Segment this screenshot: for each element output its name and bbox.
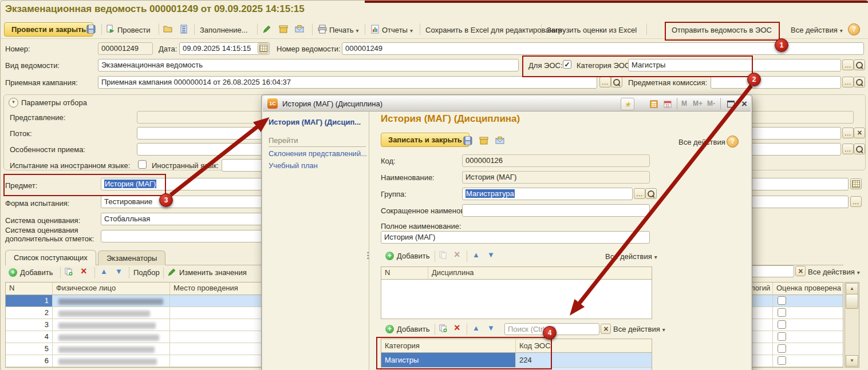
grade-checked-checkbox[interactable] bbox=[778, 344, 786, 353]
for-eos-checkbox[interactable] bbox=[563, 60, 571, 69]
number-field[interactable]: 000001249 bbox=[98, 42, 153, 55]
dialog-mail-icon[interactable] bbox=[495, 136, 504, 145]
close-button[interactable] bbox=[737, 98, 751, 110]
col-eos-code[interactable]: Код ЭОС bbox=[516, 339, 652, 353]
short-name-field[interactable] bbox=[462, 204, 650, 217]
favorites-star-button[interactable] bbox=[621, 98, 634, 110]
send-eos-button[interactable]: Отправить ведомость в ЭОС bbox=[672, 26, 772, 34]
col-category[interactable]: Категория bbox=[381, 339, 516, 353]
copy-row-button[interactable] bbox=[65, 268, 73, 276]
features-ellipsis-button[interactable] bbox=[842, 144, 854, 154]
applicants-all-actions-button[interactable]: Все действия▾ bbox=[808, 268, 860, 276]
category-row[interactable]: Магистры 224 bbox=[381, 353, 652, 368]
sidebar-splitter[interactable] bbox=[369, 111, 369, 370]
name-field[interactable]: История (МАГ) bbox=[462, 171, 650, 184]
grade-checked-checkbox[interactable] bbox=[778, 308, 786, 317]
scroll-up-button[interactable]: ▲ bbox=[846, 283, 858, 295]
eos-category-lookup-button[interactable] bbox=[854, 59, 865, 70]
move-up-button[interactable] bbox=[100, 267, 108, 276]
dialog-all-actions-button[interactable]: Все действия▾ bbox=[678, 138, 731, 146]
collapse-toggle-icon[interactable] bbox=[9, 98, 18, 108]
campaign-lookup-button[interactable] bbox=[611, 77, 622, 87]
calendar31-button[interactable]: 31 bbox=[661, 98, 674, 110]
commission-field[interactable] bbox=[711, 76, 841, 89]
grade-checked-checkbox[interactable] bbox=[778, 296, 786, 305]
applicants-search-clear-button[interactable] bbox=[795, 266, 806, 276]
commission-lookup-button[interactable] bbox=[854, 77, 865, 87]
campaign-ellipsis-button[interactable] bbox=[599, 77, 611, 87]
dialog-titlebar[interactable]: История (МАГ) (Дисциплина) 31 M M+ M- bbox=[263, 96, 751, 112]
add-row-button[interactable] bbox=[9, 268, 17, 277]
col-checked[interactable]: Оценка проверена bbox=[773, 283, 843, 295]
list-icon[interactable] bbox=[179, 25, 188, 34]
date-field[interactable]: 09.09.2025 14:15:15 bbox=[179, 42, 270, 55]
dialog-sidebar-object-link[interactable]: История (МАГ) (Дисцип... bbox=[269, 118, 361, 126]
col-partial[interactable]: логий bbox=[749, 283, 773, 295]
memory-plus-button[interactable]: M+ bbox=[693, 100, 703, 108]
kind-field[interactable]: Экзаменационная ведомость bbox=[98, 59, 519, 71]
nav-link-declensions[interactable]: Склонения представлений... bbox=[269, 149, 367, 158]
category-row-partial[interactable] bbox=[381, 368, 652, 370]
memory-button[interactable]: M bbox=[681, 100, 687, 108]
eos-category-ellipsis-button[interactable] bbox=[842, 59, 854, 70]
save-and-close-button[interactable]: Записать и закрыть bbox=[381, 133, 469, 147]
disciplines-all-actions-button[interactable]: Все действия▾ bbox=[605, 252, 657, 261]
code-field[interactable]: 000000126 bbox=[462, 154, 650, 167]
post-and-close-button[interactable]: Провести и закрыть bbox=[4, 22, 93, 37]
col-n[interactable]: N bbox=[381, 267, 428, 280]
foreign-exam-checkbox[interactable] bbox=[138, 160, 147, 169]
memory-minus-button[interactable]: M- bbox=[707, 100, 715, 108]
scroll-thumb[interactable] bbox=[846, 294, 858, 309]
disciplines-move-down-button[interactable] bbox=[487, 250, 495, 259]
splitter-handle[interactable]: ••• bbox=[367, 252, 369, 260]
grade-checked-checkbox[interactable] bbox=[778, 332, 786, 341]
categories-copy-button[interactable] bbox=[439, 324, 447, 332]
mail-icon[interactable] bbox=[295, 25, 304, 34]
col-discipline[interactable]: Дисциплина bbox=[428, 267, 652, 280]
features-lookup-button[interactable] bbox=[854, 144, 865, 154]
col-person[interactable]: Физическое лицо bbox=[53, 283, 170, 295]
flow-clear-button[interactable] bbox=[854, 128, 865, 138]
load-excel-button[interactable]: Загрузить оценки из Excel bbox=[547, 26, 637, 34]
subject-grid-button[interactable] bbox=[850, 178, 862, 189]
categories-all-actions-button[interactable]: Все действия▾ bbox=[613, 325, 665, 333]
group-lookup-button[interactable] bbox=[645, 188, 657, 199]
table-scrollbar[interactable]: ▲ ▼ bbox=[845, 282, 859, 368]
save-icon[interactable] bbox=[86, 25, 96, 34]
date-picker-button[interactable] bbox=[258, 43, 269, 54]
campaign-field[interactable]: Приемная кампания 000000014 от 26.08.202… bbox=[98, 76, 597, 89]
post-button[interactable]: Провести bbox=[117, 26, 151, 34]
calculator-button[interactable] bbox=[647, 98, 661, 110]
dialog-save-icon[interactable] bbox=[463, 136, 472, 145]
disciplines-add-button[interactable] bbox=[385, 251, 394, 260]
disciplines-move-up-button[interactable] bbox=[472, 250, 480, 259]
archive-icon[interactable] bbox=[279, 25, 288, 34]
disciplines-table-empty-body[interactable] bbox=[381, 280, 652, 319]
disciplines-add-label[interactable]: Добавить bbox=[397, 252, 429, 260]
categories-delete-button[interactable] bbox=[454, 324, 460, 333]
flow-ellipsis-button[interactable] bbox=[842, 128, 854, 138]
eos-category-field[interactable]: Магистры bbox=[628, 59, 841, 71]
disciplines-delete-button[interactable] bbox=[454, 250, 460, 260]
categories-add-button[interactable] bbox=[385, 324, 394, 333]
add-row-label[interactable]: Добавить bbox=[20, 268, 53, 277]
change-values-icon[interactable] bbox=[168, 268, 176, 276]
tab-examiners[interactable]: Экзаменаторы bbox=[98, 250, 165, 265]
maximize-button[interactable] bbox=[724, 98, 737, 110]
all-actions-button[interactable]: Все действия▾ bbox=[791, 26, 843, 34]
full-name-field[interactable]: История (МАГ) bbox=[381, 231, 650, 244]
grade-checked-checkbox[interactable] bbox=[778, 356, 786, 365]
print-icon[interactable] bbox=[318, 25, 327, 34]
scroll-down-button[interactable]: ▼ bbox=[846, 355, 858, 367]
categories-search-clear-button[interactable] bbox=[601, 324, 611, 334]
delete-row-button[interactable] bbox=[81, 267, 87, 276]
grade-checked-checkbox[interactable] bbox=[778, 320, 786, 329]
categories-move-down-button[interactable] bbox=[487, 324, 495, 332]
move-down-button[interactable] bbox=[115, 267, 123, 276]
commission-ellipsis-button[interactable] bbox=[842, 77, 854, 87]
dialog-help-icon[interactable] bbox=[727, 136, 739, 148]
fill-button[interactable]: Заполнение... bbox=[200, 26, 248, 34]
col-n[interactable]: N bbox=[6, 283, 53, 295]
post-document-icon[interactable] bbox=[106, 25, 115, 34]
categories-move-up-button[interactable] bbox=[472, 324, 480, 332]
